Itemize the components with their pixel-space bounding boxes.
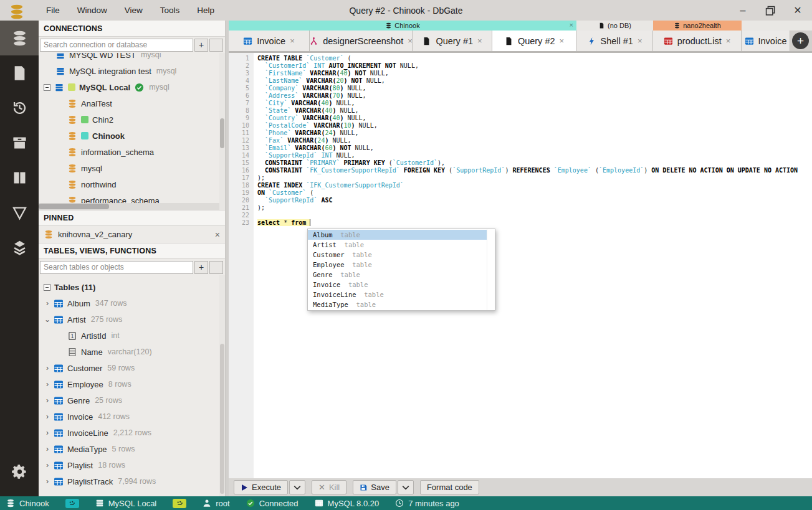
object-row-artistid[interactable]: 1ArtistIdint — [39, 328, 225, 344]
connection-row-chinook[interactable]: Chinook — [39, 128, 225, 144]
connection-row-mysql-local[interactable]: MySQL Localmysql — [39, 79, 225, 95]
expand-chevron-icon[interactable]: › — [44, 396, 51, 405]
close-tab-icon[interactable]: × — [560, 36, 565, 45]
expand-chevron-icon[interactable]: › — [44, 364, 51, 372]
activity-archive-button[interactable] — [0, 125, 39, 160]
object-row-mediatype[interactable]: ›MediaType5 rows — [39, 441, 225, 457]
autocomplete-item-genre[interactable]: Genre table — [308, 270, 487, 280]
tab-invoice[interactable]: Invoice× — [229, 31, 310, 51]
activity-history-button[interactable] — [0, 90, 39, 125]
connection-row-analtest[interactable]: AnalTest — [39, 95, 225, 111]
collapse-toggle-icon[interactable] — [44, 84, 50, 91]
object-row-name[interactable]: Namevarchar(120) — [39, 344, 225, 360]
object-row-tables-11-[interactable]: Tables (11) — [39, 279, 225, 295]
refresh-connections-button[interactable] — [209, 39, 223, 52]
autocomplete-item-album[interactable]: Album table — [308, 230, 487, 240]
connection-row-information-schema[interactable]: information_schema — [39, 144, 225, 160]
activity-files-button[interactable] — [0, 55, 39, 90]
object-row-invoice[interactable]: ›Invoice412 rows — [39, 408, 225, 425]
menu-view[interactable]: View — [116, 0, 151, 21]
expand-chevron-icon[interactable]: › — [44, 299, 51, 308]
menu-help[interactable]: Help — [188, 0, 223, 21]
activity-database-button[interactable] — [0, 21, 39, 55]
collapse-toggle-icon[interactable] — [44, 284, 50, 291]
activity-layers-button[interactable] — [0, 230, 39, 265]
execute-dropdown-button[interactable] — [289, 480, 305, 494]
tab-designerscreenshot[interactable]: designerScreenshot× — [310, 31, 413, 51]
maximize-button[interactable] — [765, 5, 776, 16]
color-swatch-icon[interactable] — [65, 499, 79, 508]
tab-group-nano2health[interactable]: nano2health — [653, 21, 742, 31]
object-row-employee[interactable]: ›Employee8 rows — [39, 376, 225, 392]
activity-plugins-button[interactable] — [0, 160, 39, 195]
expand-chevron-icon[interactable]: › — [44, 412, 51, 421]
scrollbar-thumb[interactable] — [39, 204, 109, 209]
tab-query-1[interactable]: Query #1× — [413, 31, 492, 51]
close-tab-icon[interactable]: × — [408, 36, 413, 45]
activity-filter-button[interactable] — [0, 195, 39, 230]
add-object-button[interactable]: + — [194, 261, 208, 274]
autocomplete-item-customer[interactable]: Customer table — [308, 250, 487, 260]
menu-window[interactable]: Window — [69, 0, 116, 21]
scrollbar-thumb[interactable] — [220, 118, 224, 148]
color-swatch-icon[interactable] — [173, 499, 186, 508]
sql-editor[interactable]: 1CREATE TABLE `Customer` (2 `CustomerId`… — [229, 53, 812, 478]
autocomplete-item-employee[interactable]: Employee table — [308, 260, 487, 270]
close-tab-icon[interactable]: × — [726, 36, 731, 45]
close-tab-icon[interactable]: × — [290, 36, 295, 45]
tab-group--no-db-[interactable]: (no DB) — [576, 21, 653, 31]
connections-search-input[interactable] — [40, 39, 193, 52]
tab-group-chinook[interactable]: Chinook× — [229, 21, 576, 31]
add-connection-button[interactable]: + — [194, 39, 208, 52]
object-row-genre[interactable]: ›Genre25 rows — [39, 392, 225, 408]
autocomplete-item-invoice[interactable]: Invoice table — [308, 280, 487, 290]
object-row-customer[interactable]: ›Customer59 rows — [39, 360, 225, 376]
tab-shell-1[interactable]: Shell #1× — [576, 31, 653, 51]
refresh-objects-button[interactable] — [209, 261, 223, 274]
expand-chevron-icon[interactable]: ⌄ — [44, 315, 51, 324]
menu-tools[interactable]: Tools — [151, 0, 189, 21]
scrollbar-thumb[interactable] — [220, 344, 224, 494]
tab-invoice[interactable]: Invoice — [742, 31, 790, 51]
connection-row-northwind[interactable]: northwind — [39, 176, 225, 192]
objects-search-input[interactable] — [40, 261, 193, 274]
connection-row-mysql-wd-test[interactable]: MYSQL WD TESTmysql — [39, 53, 225, 63]
expand-chevron-icon[interactable]: › — [44, 428, 51, 437]
autocomplete-item-invoiceline[interactable]: InvoiceLine table — [308, 290, 487, 300]
objects-vertical-scrollbar[interactable] — [219, 275, 225, 496]
close-button[interactable]: ✕ — [792, 5, 803, 16]
expand-chevron-icon[interactable]: › — [44, 477, 51, 486]
new-tab-button[interactable]: + — [792, 32, 809, 49]
object-row-playlist[interactable]: ›Playlist18 rows — [39, 457, 225, 473]
object-row-album[interactable]: ›Album347 rows — [39, 295, 225, 311]
close-tab-icon[interactable]: × — [477, 36, 482, 45]
pinned-item-knihovna_v2_canary[interactable]: knihovna_v2_canary× — [39, 226, 225, 243]
autocomplete-scrollbar[interactable] — [487, 229, 495, 310]
expand-chevron-icon[interactable]: › — [44, 461, 51, 470]
format-code-button[interactable]: Format code — [420, 480, 479, 494]
execute-button[interactable]: Execute — [234, 480, 288, 494]
unpin-close-icon[interactable]: × — [215, 230, 220, 240]
expand-chevron-icon[interactable]: › — [44, 380, 51, 389]
tab-query-2[interactable]: Query #2× — [492, 31, 576, 51]
connections-horizontal-scrollbar[interactable] — [39, 203, 219, 210]
object-row-invoiceline[interactable]: ›InvoiceLine2,212 rows — [39, 425, 225, 441]
save-dropdown-button[interactable] — [398, 480, 414, 494]
autocomplete-item-mediatype[interactable]: MediaType table — [308, 300, 487, 309]
menu-file[interactable]: File — [37, 0, 69, 21]
autocomplete-item-artist[interactable]: Artist table — [308, 240, 487, 250]
activity-settings-button[interactable] — [0, 454, 39, 489]
object-row-playlisttrack[interactable]: ›PlaylistTrack7,994 rows — [39, 473, 225, 489]
object-row-artist[interactable]: ⌄Artist275 rows — [39, 311, 225, 328]
minimize-button[interactable]: – — [737, 5, 748, 16]
connection-row-mysql[interactable]: mysql — [39, 160, 225, 176]
database-icon — [44, 230, 54, 239]
close-tab-icon[interactable]: × — [638, 36, 642, 45]
connections-vertical-scrollbar[interactable] — [219, 53, 225, 210]
save-button[interactable]: Save — [353, 480, 396, 494]
connection-row-mysql-integration-test[interactable]: MySQL integration testmysql — [39, 63, 225, 79]
connection-row-chin2[interactable]: Chin2 — [39, 111, 225, 128]
close-group-icon[interactable]: × — [570, 21, 573, 29]
expand-chevron-icon[interactable]: › — [44, 445, 51, 453]
tab-productlist[interactable]: productList× — [653, 31, 742, 51]
